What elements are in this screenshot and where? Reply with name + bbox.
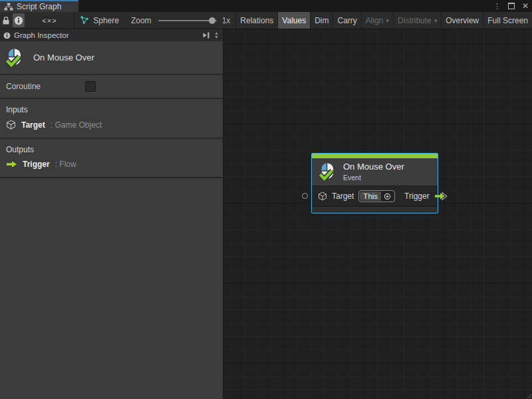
graph-name: Sphere — [93, 16, 119, 25]
zoom-control: Zoom 1x — [126, 12, 235, 29]
on-mouse-over-event-icon — [319, 162, 336, 181]
info-icon — [14, 16, 23, 25]
object-picker-icon[interactable] — [381, 193, 394, 200]
target-port-label: Target — [332, 192, 354, 201]
distribute-button[interactable]: Distribute ▾ — [393, 12, 441, 29]
info-icon — [3, 32, 11, 39]
coroutine-label: Coroutine — [6, 82, 41, 91]
port-name: Trigger — [23, 160, 50, 169]
coroutine-row: Coroutine — [0, 74, 223, 98]
window-menu-icon[interactable]: ⋮ — [493, 2, 501, 11]
node-port-row: Target This Trigger — [312, 186, 438, 206]
window-controls: ⋮ ✕ — [493, 0, 529, 12]
relations-button[interactable]: Relations — [235, 12, 277, 29]
inputs-section: Inputs Target : Game Object — [0, 98, 223, 138]
inspector-empty-area — [0, 177, 223, 399]
node-output-port-handle[interactable] — [441, 192, 448, 201]
game-object-cube-icon — [318, 192, 327, 201]
flow-arrow-icon — [6, 160, 17, 168]
chevron-down-icon: ▾ — [386, 17, 390, 24]
node-title: On Mouse Over — [343, 162, 404, 172]
lock-button[interactable] — [0, 12, 12, 29]
carry-button[interactable]: Carry — [332, 12, 360, 29]
code-icon: <×> — [42, 17, 57, 25]
script-graph-window: Script Graph ⋮ ✕ — [0, 0, 532, 399]
graph-breadcrumb[interactable]: Sphere — [74, 12, 126, 29]
tab-script-graph[interactable]: Script Graph — [0, 0, 78, 12]
port-name: Target — [21, 120, 45, 130]
output-row-trigger: Trigger : Flow — [0, 159, 223, 170]
dim-button[interactable]: Dim — [310, 12, 332, 29]
on-mouse-over-event-icon — [6, 48, 23, 67]
values-button[interactable]: Values — [277, 12, 310, 29]
target-value: This — [360, 192, 381, 201]
titlebar: Script Graph ⋮ ✕ — [0, 0, 532, 12]
zoom-value: 1x — [222, 16, 231, 25]
inspector-title: Graph Inspector — [14, 31, 68, 39]
on-mouse-over-node[interactable]: On Mouse Over Event Target This — [311, 153, 438, 213]
align-button[interactable]: Align ▾ — [361, 12, 393, 29]
unit-title: On Mouse Over — [33, 53, 94, 63]
tab-label: Script Graph — [17, 2, 61, 11]
panel-spinner[interactable]: ▲ ▼ — [214, 31, 219, 39]
spinner-down-icon[interactable]: ▼ — [214, 35, 219, 39]
node-footer — [312, 206, 438, 213]
csharp-preview-button[interactable]: <×> — [40, 12, 59, 29]
dock-panel-icon[interactable] — [202, 31, 210, 39]
zoom-label: Zoom — [131, 16, 152, 25]
input-row-target: Target : Game Object — [0, 119, 223, 130]
node-input-port-handle[interactable] — [302, 193, 308, 199]
target-value-field[interactable]: This — [358, 190, 395, 202]
content-area: Graph Inspector ▲ ▼ — [0, 29, 532, 399]
graph-hierarchy-icon — [4, 3, 13, 11]
game-object-cube-icon — [6, 120, 16, 130]
inputs-header: Inputs — [0, 103, 223, 119]
script-graph-icon — [80, 16, 89, 25]
inspector-header: Graph Inspector ▲ ▼ — [0, 29, 223, 41]
lock-icon — [2, 16, 10, 25]
distribute-label: Distribute — [398, 16, 432, 25]
overview-button[interactable]: Overview — [441, 12, 483, 29]
graph-toolbar: <×> Sphere Zoom 1x Relations Values Dim — [0, 12, 532, 29]
fullscreen-button[interactable]: Full Screen — [483, 12, 532, 29]
chevron-down-icon: ▾ — [434, 17, 438, 24]
resize-grip[interactable] — [525, 392, 531, 398]
align-label: Align — [366, 16, 384, 25]
unit-title-section: On Mouse Over — [0, 41, 223, 74]
outputs-section: Outputs Trigger : Flow — [0, 138, 223, 177]
node-header[interactable]: On Mouse Over Event — [312, 158, 438, 186]
coroutine-checkbox[interactable] — [85, 81, 96, 92]
node-subtitle: Event — [343, 174, 404, 182]
graph-canvas[interactable]: On Mouse Over Event Target This — [223, 29, 532, 399]
zoom-slider-handle[interactable] — [209, 17, 215, 24]
event-color-bar — [312, 154, 438, 158]
maximize-icon[interactable] — [508, 3, 515, 9]
zoom-slider[interactable] — [158, 20, 217, 21]
trigger-port-label: Trigger — [404, 192, 430, 201]
port-type: : Game Object — [51, 120, 102, 130]
inspector-toggle-button[interactable] — [13, 13, 25, 27]
outputs-header: Outputs — [0, 143, 223, 159]
close-icon[interactable]: ✕ — [522, 1, 529, 11]
port-type: : Flow — [55, 160, 76, 169]
graph-inspector-panel: Graph Inspector ▲ ▼ — [0, 29, 223, 399]
